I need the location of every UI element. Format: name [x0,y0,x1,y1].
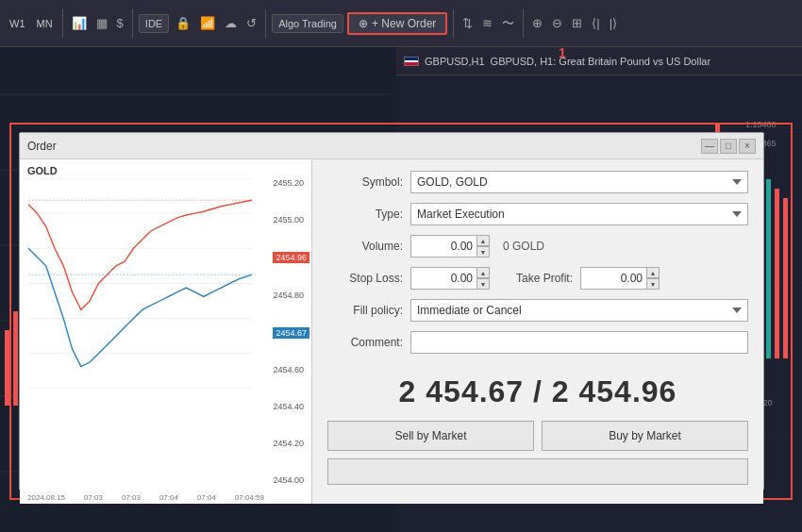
take-profit-spinner: ▲ ▼ [580,267,660,290]
volume-spinner-btns: ▲ ▼ [476,235,490,258]
chart-icon[interactable]: 📊 [69,14,90,32]
chart-panel: GOLD 2455.20 [20,159,312,504]
signal-icon[interactable]: 📶 [197,14,218,32]
lock-icon[interactable]: 🔒 [173,14,193,32]
dialog-content: GOLD 2455.20 [20,159,763,504]
price-2454-00: 2454.00 [273,475,309,485]
chart-symbol: GBPUSD,H1 [425,56,485,67]
chart-header: GBPUSD,H1 GBPUSD, H1: Great Britain Poun… [396,47,802,75]
dialog-titlebar: Order — □ × [20,133,763,159]
currency-icon[interactable]: $ [114,14,126,32]
volume-input[interactable] [410,235,476,258]
comment-row: Comment: [327,331,748,354]
sep5 [523,9,524,38]
timeframe-w1[interactable]: W1 [6,16,29,31]
zoom-out-icon[interactable]: ⊖ [549,14,565,32]
stop-loss-label: Stop Loss: [327,272,403,285]
sep2 [132,9,133,38]
price-2455-20: 2455.20 [273,178,309,188]
x-axis: 2024.08.15 07:03 07:03 07:04 07:04 07:04… [27,493,264,502]
type-select[interactable]: Market Execution [410,203,748,225]
sl-tp-row: Stop Loss: ▲ ▼ Take Profit: ▲ ▼ [327,267,748,290]
xaxis-date: 2024.08.15 [27,493,65,502]
annotation-1: 1 [559,45,566,60]
volume-up-btn[interactable]: ▲ [476,235,490,246]
scroll-right-icon[interactable]: |⟩ [607,14,620,32]
take-profit-input[interactable] [580,267,646,290]
tp-down-btn[interactable]: ▼ [646,278,660,290]
volume-label: Volume: [327,240,403,253]
wave-icon[interactable]: 〜 [499,13,517,34]
stop-loss-spinner: ▲ ▼ [410,267,490,290]
chart-title: GBPUSD, H1: Great Britain Pound vs US Do… [491,56,711,67]
form-panel: Symbol: GOLD, GOLD Type: Market Executio… [312,159,763,504]
fill-policy-row: Fill policy: Immediate or Cancel [327,299,748,322]
timeframe-mn[interactable]: MN [33,16,57,31]
sl-up-btn[interactable]: ▲ [476,267,490,278]
buy-by-market-btn[interactable]: Buy by Market [542,421,748,451]
grid-icon[interactable]: ⊞ [569,14,585,32]
volume-unit: 0 GOLD [503,240,544,253]
zoom-in-icon[interactable]: ⊕ [529,14,545,32]
symbol-label: Symbol: [327,175,403,189]
xaxis-0704a: 07:04 [159,493,178,502]
chart-symbol-label: GOLD [27,165,58,176]
type-label: Type: [327,208,403,221]
sl-spinner-btns: ▲ ▼ [476,267,490,290]
main-toolbar: W1 MN 📊 ▦ $ IDE 🔒 📶 ☁ ↺ Algo Trading ⊕ +… [0,0,802,47]
symbol-select[interactable]: GOLD, GOLD [410,171,748,193]
ide-btn[interactable]: IDE [139,14,169,33]
volume-spinner: ▲ ▼ [410,235,490,258]
arrows-icon[interactable]: ⇅ [459,14,476,32]
price-2454-40: 2454.40 [273,402,309,411]
minimize-btn[interactable]: — [701,139,718,154]
fill-policy-label: Fill policy: [327,304,403,317]
volume-down-btn[interactable]: ▼ [476,246,490,258]
indicator-icon[interactable]: ≋ [479,14,495,32]
tp-up-btn[interactable]: ▲ [646,267,660,278]
flag-icon [404,57,419,66]
close-btn-row [327,458,748,485]
dialog-title: Order [27,140,699,153]
price-2454-80: 2454.80 [273,291,309,300]
maximize-btn[interactable]: □ [720,139,737,154]
sep3 [265,9,266,38]
refresh-icon[interactable]: ↺ [243,14,259,32]
stop-loss-input[interactable] [410,267,476,290]
comment-input[interactable] [410,331,748,354]
cloud-icon[interactable]: ☁ [222,14,240,32]
price-display: 2 454.67 / 2 454.96 [327,363,748,421]
sep1 [62,9,63,38]
xaxis-0703b: 07:03 [122,493,141,502]
new-order-btn[interactable]: ⊕ + New Order [347,12,447,35]
bar-chart-icon[interactable]: ▦ [93,14,110,32]
fill-policy-select[interactable]: Immediate or Cancel [410,299,748,322]
comment-label: Comment: [327,336,403,349]
volume-row: Volume: ▲ ▼ 0 GOLD [327,235,748,258]
order-dialog: Order — □ × GOLD [19,132,764,490]
symbol-row: Symbol: GOLD, GOLD [327,171,748,193]
price-bid-tag: 2454.67 [273,327,309,339]
price-2454-20: 2454.20 [273,439,309,448]
plus-icon: ⊕ [359,17,368,30]
close-dialog-btn[interactable] [327,458,748,485]
xaxis-0704b: 07:04 [197,493,216,502]
price-scale: 2455.20 2455.00 2454.96 2454.80 2454.67 … [273,159,309,485]
sep4 [453,9,454,38]
tp-spinner-btns: ▲ ▼ [646,267,660,290]
sell-by-market-btn[interactable]: Sell by Market [327,421,534,451]
sl-down-btn[interactable]: ▼ [476,278,490,290]
scroll-left-icon[interactable]: ⟨| [589,14,602,32]
price-2455-00: 2455.00 [273,215,309,224]
price-2454-60: 2454.60 [273,365,309,374]
algo-trading-btn[interactable]: Algo Trading [272,14,343,33]
close-btn[interactable]: × [739,139,756,154]
take-profit-label: Take Profit: [497,272,573,285]
action-buttons-row: Sell by Market Buy by Market [327,421,748,451]
xaxis-0704c: 07:04:59 [235,493,264,502]
type-row: Type: Market Execution [327,203,748,225]
price-ask-tag: 2454.96 [273,252,309,263]
xaxis-0703a: 07:03 [84,493,103,502]
